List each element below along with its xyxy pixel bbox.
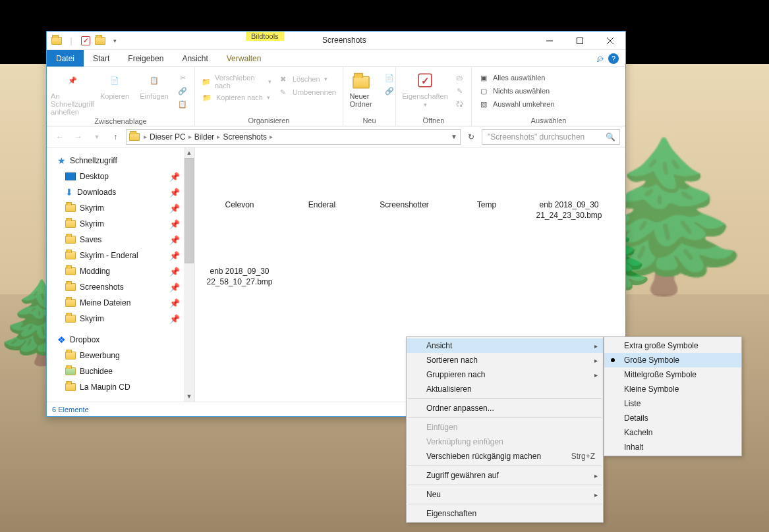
crumb-pictures[interactable]: Bilder	[194, 132, 215, 142]
nav-lamaupin[interactable]: La Maupin CD	[52, 379, 194, 395]
ctx-paste-link: Verknüpfung einfügen	[407, 435, 603, 449]
nav-desktop[interactable]: Desktop📌	[52, 169, 194, 184]
nav-saves[interactable]: Saves📌	[52, 232, 194, 248]
ctx-undo-move[interactable]: Verschieben rückgängig machenStrg+Z	[407, 449, 603, 464]
nav-meine-dateien[interactable]: Meine Dateien📌	[52, 295, 194, 311]
file-label: enb 2018_09_30 21_24_23_30.bmp	[531, 200, 607, 221]
titlebar[interactable]: | ✓ ▾ Bildtools Screenshots	[47, 32, 625, 50]
minimize-button[interactable]	[534, 32, 565, 50]
new-item-button[interactable]: 📄	[384, 72, 395, 83]
nav-screenshots[interactable]: Screenshots📌	[52, 279, 194, 295]
submenu-extra-large[interactable]: Extra große Symbole	[604, 338, 741, 353]
submenu-list[interactable]: Liste	[604, 396, 741, 411]
forward-button[interactable]: →	[71, 129, 86, 145]
pin-to-quickaccess-button[interactable]: 📌 An Schnellzugriff anheften	[53, 70, 92, 116]
recent-locations-button[interactable]: ▼	[89, 129, 105, 145]
ribbon-collapse-chevron[interactable]: ⌮	[596, 54, 604, 63]
search-icon[interactable]: 🔍	[606, 132, 615, 142]
paste-shortcut-button[interactable]: 📋	[177, 99, 188, 109]
submenu-content[interactable]: Inhalt	[604, 440, 741, 454]
pin-icon: 📌	[169, 203, 180, 213]
copy-button[interactable]: 📄 Kopieren	[98, 70, 131, 100]
select-none-button[interactable]: ▢Nichts auswählen	[478, 86, 555, 96]
nav-downloads[interactable]: ⬇Downloads📌	[52, 184, 194, 200]
nav-enderal[interactable]: Skyrim - Enderal📌	[52, 248, 194, 263]
tab-file[interactable]: Datei	[47, 50, 84, 66]
submenu-tiles[interactable]: Kacheln	[604, 425, 741, 440]
file-item-folder[interactable]: Celevon	[202, 161, 277, 221]
chevron-right-icon[interactable]: ▸	[217, 133, 220, 140]
ctx-grant-access[interactable]: Zugriff gewähren auf▸	[407, 468, 603, 483]
properties-button[interactable]: ✓ Eigenschaften ▾	[403, 70, 447, 108]
ctx-view[interactable]: Ansicht▸	[407, 338, 603, 353]
chevron-right-icon[interactable]: ▸	[188, 133, 192, 140]
file-item-image[interactable]: enb 2018_09_30 22_58_10_27.bmp	[202, 227, 277, 287]
nav-skyrim-2[interactable]: Skyrim📌	[52, 216, 194, 232]
ctx-group[interactable]: Gruppieren nach▸	[407, 367, 603, 382]
move-to-button[interactable]: 📁Verschieben nach▾	[202, 74, 271, 90]
nav-skyrim-3[interactable]: Skyrim📌	[52, 311, 194, 327]
invert-selection-button[interactable]: ▧Auswahl umkehren	[478, 99, 555, 109]
nav-modding[interactable]: Modding📌	[52, 263, 194, 279]
up-button[interactable]: ↑	[107, 129, 123, 145]
chevron-right-icon[interactable]: ▸	[144, 133, 147, 140]
scroll-thumb[interactable]	[185, 158, 194, 263]
file-item-folder[interactable]: Screenshotter	[366, 161, 442, 221]
crumb-screenshots[interactable]: Screenshots	[223, 132, 267, 142]
file-item-image[interactable]: enb 2018_09_30 21_24_23_30.bmp	[531, 161, 607, 221]
qat-newfolder-icon[interactable]	[94, 35, 106, 47]
tab-view[interactable]: Ansicht	[173, 50, 217, 66]
ctx-label: Neu	[426, 490, 441, 499]
ctx-sort[interactable]: Sortieren nach▸	[407, 353, 603, 367]
maximize-button[interactable]	[565, 32, 595, 50]
copy-path-button[interactable]: 🔗	[177, 86, 188, 96]
close-button[interactable]	[595, 32, 625, 50]
nav-dropbox[interactable]: ❖Dropbox	[52, 332, 194, 348]
ctx-customize-folder[interactable]: Ordner anpassen...	[407, 401, 603, 415]
submenu-medium[interactable]: Mittelgroße Symbole	[604, 367, 741, 382]
ctx-refresh[interactable]: Aktualisieren	[407, 382, 603, 396]
ribbon-label: Nichts auswählen	[493, 87, 550, 95]
breadcrumb-bar[interactable]: ▸ Dieser PC ▸ Bilder ▸ Screenshots ▸ ▼	[126, 129, 461, 145]
copy-to-button[interactable]: 📁Kopieren nach▾	[202, 92, 271, 103]
nav-buchidee[interactable]: Buchidee	[52, 363, 194, 379]
scroll-down-icon[interactable]: ▼	[184, 391, 194, 402]
search-box[interactable]: 🔍	[482, 129, 620, 145]
qat-dropdown-icon[interactable]: ▾	[109, 35, 121, 47]
nav-skyrim-1[interactable]: Skyrim📌	[52, 200, 194, 216]
qat-folder-icon[interactable]	[51, 35, 63, 47]
qat-properties-icon[interactable]: ✓	[80, 35, 92, 47]
submenu-large[interactable]: Große Symbole	[604, 353, 741, 367]
tab-start[interactable]: Start	[84, 50, 119, 66]
tab-manage[interactable]: Verwalten	[217, 50, 271, 66]
refresh-button[interactable]: ↻	[463, 129, 479, 145]
rename-button[interactable]: ✎Umbenennen	[278, 87, 336, 97]
newitem-icon: 📄	[384, 72, 395, 83]
new-folder-button[interactable]: Neuer Ordner	[345, 70, 378, 108]
paste-button[interactable]: 📋 Einfügen	[138, 70, 171, 100]
select-all-button[interactable]: ▣Alles auswählen	[478, 72, 555, 83]
file-item-folder[interactable]: Enderal	[284, 161, 360, 221]
chevron-right-icon[interactable]: ▸	[270, 133, 273, 140]
cut-button[interactable]: ✂	[177, 72, 188, 83]
ctx-properties[interactable]: Eigenschaften	[407, 506, 603, 521]
open-button[interactable]: 🗁	[454, 72, 465, 83]
crumb-this-pc[interactable]: Dieser PC	[150, 132, 186, 142]
search-input[interactable]	[486, 132, 606, 142]
ctx-new[interactable]: Neu▸	[407, 487, 603, 502]
nav-bewerbung[interactable]: Bewerbung	[52, 348, 194, 363]
easy-access-button[interactable]: 🔗	[384, 86, 395, 96]
addressbar-dropdown-icon[interactable]: ▼	[451, 133, 457, 140]
edit-button[interactable]: ✎	[454, 86, 465, 96]
submenu-small[interactable]: Kleine Symbole	[604, 382, 741, 396]
help-icon[interactable]: ?	[608, 53, 619, 64]
delete-button[interactable]: ✖Löschen▾	[278, 74, 336, 84]
file-item-folder[interactable]: Temp	[449, 161, 525, 221]
nav-scrollbar[interactable]: ▲ ▼	[184, 147, 194, 402]
submenu-details[interactable]: Details	[604, 411, 741, 425]
history-button[interactable]: 🗘	[454, 99, 465, 109]
tab-share[interactable]: Freigeben	[119, 50, 173, 66]
nav-quickaccess[interactable]: ★Schnellzugriff	[52, 153, 194, 169]
scroll-up-icon[interactable]: ▲	[184, 147, 194, 158]
back-button[interactable]: ←	[52, 129, 68, 145]
